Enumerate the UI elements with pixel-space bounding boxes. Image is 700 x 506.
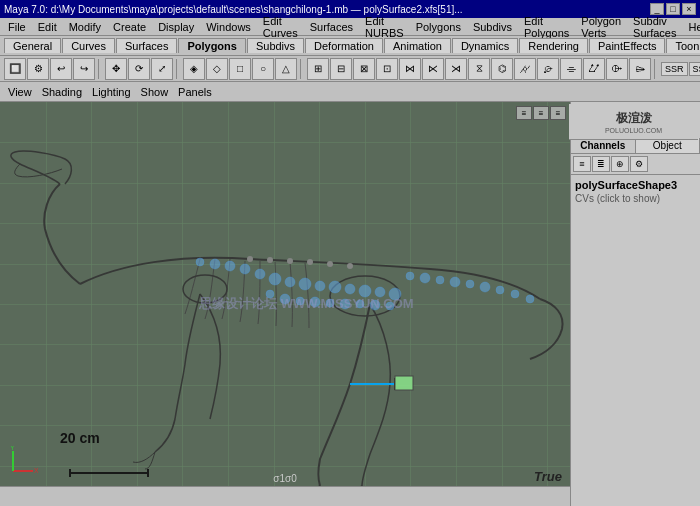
menu-polygon-verts[interactable]: Polygon Verts — [575, 14, 627, 40]
shape-name: polySurfaceShape3 — [575, 179, 696, 191]
toolbar-btn-1[interactable]: 🔲 — [4, 58, 26, 80]
align-right-btn[interactable]: ≡ — [550, 106, 566, 120]
secondary-toolbar: View Shading Lighting Show Panels — [0, 82, 700, 102]
menu-edit[interactable]: Edit — [32, 20, 63, 34]
svg-point-39 — [526, 295, 534, 303]
svg-rect-44 — [395, 376, 413, 390]
tab-rendering[interactable]: Rendering — [519, 38, 588, 53]
toolbar-btn-13[interactable]: ⊞ — [307, 58, 329, 80]
rp-btn-align2[interactable]: ≣ — [592, 156, 610, 172]
svg-point-5 — [307, 259, 313, 265]
menu-create[interactable]: Create — [107, 20, 152, 34]
tab-curves[interactable]: Curves — [62, 38, 115, 53]
tab-polygons[interactable]: Polygons — [178, 38, 246, 53]
toolbar-btn-6[interactable]: ⟳ — [128, 58, 150, 80]
toolbar-btn-23[interactable]: ⌮ — [537, 58, 559, 80]
toolbar-btn-11[interactable]: ○ — [252, 58, 274, 80]
toolbar-btn-4[interactable]: ↪ — [73, 58, 95, 80]
menu-show[interactable]: Show — [137, 86, 173, 98]
right-panel: 极渲泼 POLUOLUO.COM Channels Object ≡ ≣ ⊕ ⚙… — [570, 102, 700, 506]
menu-subdivs[interactable]: Subdivs — [467, 20, 518, 34]
toolbar-tabs: General Curves Surfaces Polygons Subdivs… — [0, 36, 700, 56]
svg-point-37 — [496, 286, 504, 294]
menu-help[interactable]: Help — [682, 20, 700, 34]
toolbar-btn-7[interactable]: ⤢ — [151, 58, 173, 80]
svg-point-24 — [296, 297, 304, 305]
toolbar-label-ssr1[interactable]: SSR — [661, 62, 688, 76]
svg-point-18 — [240, 264, 250, 274]
menu-polygons[interactable]: Polygons — [410, 20, 467, 34]
svg-point-23 — [280, 294, 290, 304]
svg-point-4 — [287, 258, 293, 264]
toolbar-label-ssr2[interactable]: SSR — [689, 62, 700, 76]
toolbar-btn-26[interactable]: ⌱ — [606, 58, 628, 80]
tab-general[interactable]: General — [4, 38, 61, 53]
object-tab[interactable]: Object — [636, 138, 701, 153]
tab-deformation[interactable]: Deformation — [305, 38, 383, 53]
toolbar-btn-2[interactable]: ⚙ — [27, 58, 49, 80]
toolbar-btn-9[interactable]: ◇ — [206, 58, 228, 80]
svg-point-1 — [183, 275, 227, 303]
toolbar-btn-22[interactable]: ⌭ — [514, 58, 536, 80]
menu-shading[interactable]: Shading — [38, 86, 86, 98]
menu-lighting[interactable]: Lighting — [88, 86, 135, 98]
toolbar-btn-20[interactable]: ⧖ — [468, 58, 490, 80]
menu-file[interactable]: File — [2, 20, 32, 34]
shape-detail[interactable]: CVs (click to show) — [575, 193, 696, 204]
viewport-corner-label: True — [534, 469, 562, 484]
menu-subdiv-surfaces[interactable]: Subdiv Surfaces — [627, 14, 682, 40]
toolbar-btn-17[interactable]: ⋈ — [399, 58, 421, 80]
tab-animation[interactable]: Animation — [384, 38, 451, 53]
menu-view[interactable]: View — [4, 86, 36, 98]
menu-panels[interactable]: Panels — [174, 86, 216, 98]
svg-point-25 — [310, 297, 320, 307]
svg-point-21 — [196, 258, 204, 266]
tab-dynamics[interactable]: Dynamics — [452, 38, 518, 53]
rp-btn-align[interactable]: ≡ — [573, 156, 591, 172]
right-panel-content: polySurfaceShape3 CVs (click to show) — [571, 175, 700, 208]
toolbar-btn-3[interactable]: ↩ — [50, 58, 72, 80]
toolbar-btn-16[interactable]: ⊡ — [376, 58, 398, 80]
align-left-btn[interactable]: ≡ — [516, 106, 532, 120]
viewport[interactable]: 20 cm 思缘设计论坛 WWW.MISSYUN.COM ≡ ≡ ≡ σ1σ0 … — [0, 102, 570, 506]
menu-edit-curves[interactable]: Edit Curves — [257, 14, 304, 40]
menu-modify[interactable]: Modify — [63, 20, 107, 34]
toolbar-btn-19[interactable]: ⋊ — [445, 58, 467, 80]
svg-text:X: X — [34, 467, 38, 474]
tab-surfaces[interactable]: Surfaces — [116, 38, 177, 53]
axis-indicator: X Y — [8, 446, 38, 476]
close-button[interactable]: × — [682, 3, 696, 15]
tab-painteffects[interactable]: PaintEffects — [589, 38, 666, 53]
menu-edit-nurbs[interactable]: Edit NURBS — [359, 14, 410, 40]
svg-point-10 — [285, 277, 295, 287]
toolbar-btn-25[interactable]: ⌰ — [583, 58, 605, 80]
tab-subdivs[interactable]: Subdivs — [247, 38, 304, 53]
toolbar-btn-15[interactable]: ⊠ — [353, 58, 375, 80]
toolbar-btn-24[interactable]: ⌯ — [560, 58, 582, 80]
menu-display[interactable]: Display — [152, 20, 200, 34]
toolbar-btn-14[interactable]: ⊟ — [330, 58, 352, 80]
right-panel-toolbar: ≡ ≣ ⊕ ⚙ — [571, 154, 700, 175]
svg-point-12 — [315, 281, 325, 291]
rp-btn-add[interactable]: ⊕ — [611, 156, 629, 172]
toolbar-btn-12[interactable]: △ — [275, 58, 297, 80]
channels-tab[interactable]: Channels — [571, 138, 636, 153]
toolbar-btn-10[interactable]: □ — [229, 58, 251, 80]
svg-point-29 — [370, 300, 380, 310]
toolbar-btn-8[interactable]: ◈ — [183, 58, 205, 80]
menu-windows[interactable]: Windows — [200, 20, 257, 34]
toolbar-btn-21[interactable]: ⌬ — [491, 58, 513, 80]
svg-point-3 — [267, 257, 273, 263]
align-center-btn[interactable]: ≡ — [533, 106, 549, 120]
tab-toon[interactable]: Toon — [666, 38, 700, 53]
viewport-nav-buttons[interactable]: ≡ ≡ ≡ — [516, 106, 566, 120]
menu-edit-polygons[interactable]: Edit Polygons — [518, 14, 575, 40]
rp-btn-settings[interactable]: ⚙ — [630, 156, 648, 172]
svg-point-31 — [406, 272, 414, 280]
toolbar-btn-5[interactable]: ✥ — [105, 58, 127, 80]
toolbar-btn-18[interactable]: ⋉ — [422, 58, 444, 80]
toolbar-btn-27[interactable]: ⌲ — [629, 58, 651, 80]
menu-bar: File Edit Modify Create Display Windows … — [0, 18, 700, 36]
status-bar — [0, 486, 570, 506]
menu-surfaces[interactable]: Surfaces — [304, 20, 359, 34]
